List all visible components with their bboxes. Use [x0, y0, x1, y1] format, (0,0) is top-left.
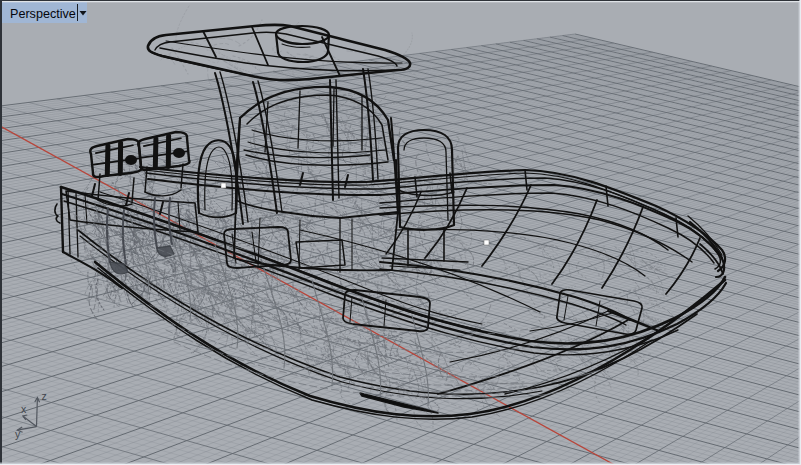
svg-text:y: y [15, 428, 21, 440]
svg-text:x: x [21, 403, 27, 415]
svg-text:z: z [42, 390, 47, 402]
svg-text:Perspective: Perspective [10, 7, 76, 21]
